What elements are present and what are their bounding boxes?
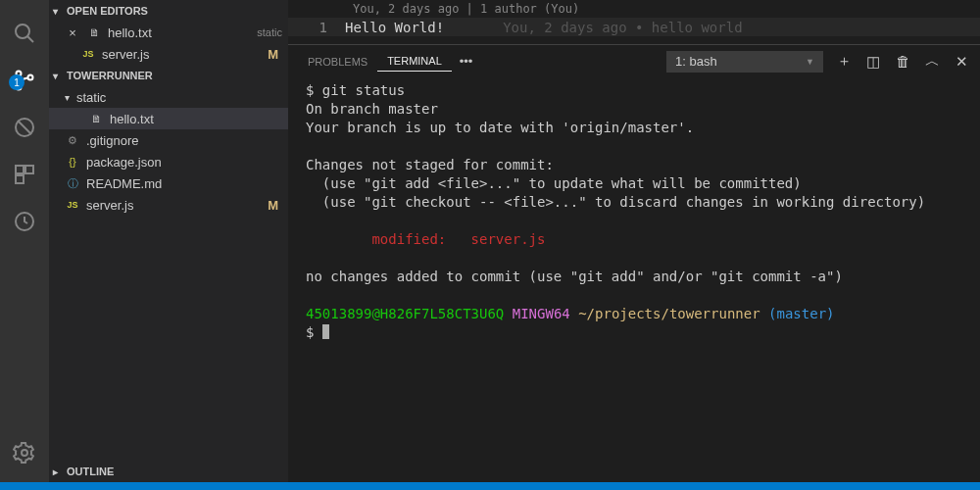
sidebar: ▾OPEN EDITORS × 🗎 hello.txt static JS se…: [49, 0, 288, 482]
open-editors-header[interactable]: ▾OPEN EDITORS: [49, 0, 288, 22]
editor-tab-hello[interactable]: × 🗎 hello.txt static: [49, 22, 288, 43]
new-terminal-icon[interactable]: ＋: [835, 52, 853, 71]
settings-icon[interactable]: [0, 429, 49, 476]
svg-rect-8: [25, 166, 33, 173]
svg-rect-9: [16, 175, 24, 183]
terminal-cursor: [322, 324, 329, 339]
svg-point-4: [28, 75, 33, 80]
line-number: 1: [288, 20, 345, 35]
file-icon: 🗎: [86, 24, 102, 40]
status-bar[interactable]: [0, 482, 980, 490]
file-package-json[interactable]: {} package.json: [49, 151, 288, 172]
search-icon[interactable]: [0, 10, 49, 57]
tab-terminal[interactable]: Terminal: [377, 51, 452, 72]
extensions-icon[interactable]: [0, 151, 49, 198]
history-icon[interactable]: [0, 198, 49, 245]
debug-icon[interactable]: [0, 104, 49, 151]
main-area: You, 2 days ago | 1 author (You) 1 Hello…: [288, 0, 980, 482]
terminal-output[interactable]: $ git status On branch master Your branc…: [288, 77, 980, 482]
git-blame: You, 2 days ago • hello world: [503, 20, 742, 35]
split-terminal-icon[interactable]: ◫: [864, 53, 882, 71]
panel-tabbar: Problems Terminal ••• 1: bash▼ ＋ ◫ 🗑 ︿ ✕: [288, 45, 980, 77]
editor-tab-server[interactable]: JS server.js M: [49, 43, 288, 65]
tab-problems[interactable]: Problems: [298, 52, 377, 72]
workspace-header[interactable]: ▾TOWERRUNNER: [49, 65, 288, 86]
outline-header[interactable]: ▸OUTLINE: [49, 461, 288, 482]
chevron-down-icon: ▾: [65, 92, 76, 103]
svg-line-1: [27, 36, 33, 42]
bottom-panel: Problems Terminal ••• 1: bash▼ ＋ ◫ 🗑 ︿ ✕…: [288, 44, 980, 482]
folder-static[interactable]: ▾ static: [49, 86, 288, 108]
code-text: Hello World!: [345, 20, 444, 35]
file-readme[interactable]: ⓘ README.md: [49, 172, 288, 194]
js-icon: JS: [80, 46, 96, 62]
outline-title: OUTLINE: [67, 466, 114, 477]
js-icon: JS: [65, 197, 80, 213]
file-icon: 🗎: [88, 111, 104, 126]
scm-badge: 1: [9, 74, 24, 90]
gear-icon: ⚙: [65, 132, 80, 148]
file-gitignore[interactable]: ⚙ .gitignore: [49, 129, 288, 151]
activity-bar: 1: [0, 0, 49, 482]
editor[interactable]: You, 2 days ago | 1 author (You) 1 Hello…: [288, 0, 980, 44]
file-server-js[interactable]: JS server.js M: [49, 194, 288, 216]
svg-rect-7: [16, 166, 24, 173]
svg-point-0: [16, 24, 29, 38]
workspace-title: TOWERRUNNER: [67, 70, 153, 81]
svg-point-11: [22, 450, 27, 456]
open-editors-title: OPEN EDITORS: [67, 5, 148, 17]
close-icon[interactable]: ×: [65, 24, 80, 40]
close-panel-icon[interactable]: ✕: [953, 53, 970, 71]
info-icon: ⓘ: [65, 175, 80, 191]
kill-terminal-icon[interactable]: 🗑: [894, 53, 911, 70]
code-line-1[interactable]: 1 Hello World! You, 2 days ago • hello w…: [288, 18, 980, 36]
source-control-icon[interactable]: [0, 57, 49, 104]
braces-icon: {}: [65, 154, 80, 170]
codelens[interactable]: You, 2 days ago | 1 author (You): [288, 0, 980, 18]
file-hello[interactable]: 🗎 hello.txt: [49, 108, 288, 129]
maximize-panel-icon[interactable]: ︿: [923, 52, 941, 71]
chevron-down-icon: ▼: [806, 57, 814, 67]
terminal-select[interactable]: 1: bash▼: [666, 51, 823, 73]
tab-overflow[interactable]: •••: [452, 54, 481, 69]
svg-line-6: [18, 121, 31, 134]
